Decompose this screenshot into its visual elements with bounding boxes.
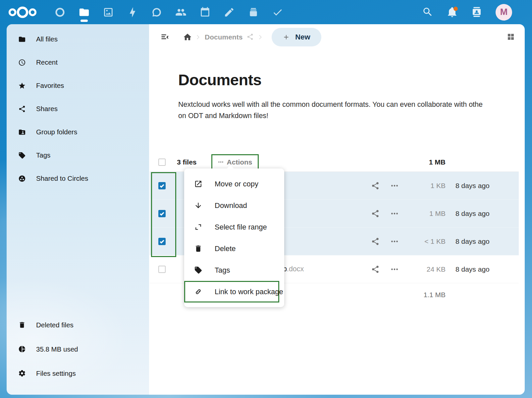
folder-description-line2: on ODT and Markdown files! bbox=[178, 110, 525, 121]
search-icon[interactable] bbox=[422, 6, 434, 18]
new-button-label: New bbox=[295, 33, 310, 41]
sidebar-item-label: Tags bbox=[36, 151, 50, 159]
sidebar-item-files-settings[interactable]: Files settings bbox=[7, 361, 149, 385]
trash-icon bbox=[18, 321, 26, 329]
app-menu bbox=[48, 0, 290, 24]
shared-indicator-icon[interactable] bbox=[246, 33, 254, 41]
row-checkbox[interactable] bbox=[158, 182, 166, 189]
open-in-new-icon bbox=[194, 180, 202, 188]
tag-icon bbox=[18, 152, 26, 159]
sidebar-item-recent[interactable]: Recent bbox=[7, 51, 149, 74]
sidebar-item-label: 35.8 MB used bbox=[36, 345, 78, 353]
sidebar-item-label: Files settings bbox=[36, 369, 76, 377]
sidebar-item-label: Shares bbox=[36, 105, 58, 113]
files-icon[interactable] bbox=[72, 0, 96, 24]
sidebar-item-label: All files bbox=[36, 35, 58, 43]
chevron-right-icon bbox=[256, 33, 265, 41]
select-all-checkbox[interactable] bbox=[158, 159, 166, 166]
sidebar-item-all-files[interactable]: All files bbox=[7, 28, 149, 51]
activity-icon[interactable] bbox=[120, 0, 144, 24]
menu-item-download[interactable]: Download bbox=[184, 195, 284, 216]
notes-icon[interactable] bbox=[217, 0, 241, 24]
actions-button[interactable]: Actions bbox=[212, 158, 258, 166]
group-folder-icon bbox=[18, 128, 26, 136]
avatar[interactable]: M bbox=[496, 4, 512, 21]
top-bar: M bbox=[0, 0, 532, 24]
folder-description: Nextcloud works well with all the common… bbox=[178, 99, 525, 121]
share-icon[interactable] bbox=[368, 181, 383, 190]
circles-icon bbox=[18, 175, 26, 182]
sidebar-nav: All files Recent Favorites Shares Group … bbox=[7, 28, 149, 190]
share-icon[interactable] bbox=[368, 265, 383, 274]
menu-item-select-file-range[interactable]: Select file range bbox=[184, 216, 284, 238]
file-modified: 8 days ago bbox=[446, 210, 519, 218]
menu-item-move-or-copy[interactable]: Move or copy bbox=[184, 173, 284, 195]
clock-icon bbox=[18, 59, 26, 66]
menu-item-label: Move or copy bbox=[215, 180, 258, 188]
share-icon[interactable] bbox=[368, 237, 383, 246]
star-icon bbox=[18, 82, 26, 90]
row-checkbox[interactable] bbox=[158, 210, 166, 217]
sidebar-item-shares[interactable]: Shares bbox=[7, 97, 149, 120]
tasks-icon[interactable] bbox=[265, 0, 290, 24]
menu-item-label: Tags bbox=[215, 266, 230, 275]
deck-icon[interactable] bbox=[241, 0, 265, 24]
nextcloud-logo[interactable] bbox=[7, 5, 38, 20]
tag-icon bbox=[194, 266, 202, 274]
row-actions-icon[interactable] bbox=[383, 209, 406, 218]
photos-icon[interactable] bbox=[96, 0, 120, 24]
row-checkbox[interactable] bbox=[158, 238, 166, 245]
sidebar-toggle-icon[interactable] bbox=[160, 32, 170, 42]
main-content: Documents New Documents Nextcloud works … bbox=[149, 24, 525, 395]
actions-button-label: Actions bbox=[227, 158, 252, 166]
sidebar-item-deleted-files[interactable]: Deleted files bbox=[7, 313, 149, 337]
talk-icon[interactable] bbox=[144, 0, 169, 24]
app-shell: All files Recent Favorites Shares Group … bbox=[7, 24, 525, 395]
menu-item-label: Select file range bbox=[215, 223, 267, 232]
folder-icon bbox=[18, 35, 26, 43]
contacts-search-icon[interactable] bbox=[471, 6, 483, 18]
home-icon[interactable] bbox=[183, 33, 192, 42]
contacts-app-icon[interactable] bbox=[169, 0, 193, 24]
file-size: 1 MB bbox=[406, 210, 446, 218]
calendar-icon[interactable] bbox=[193, 0, 217, 24]
total-size: 1.1 MB bbox=[406, 291, 446, 299]
dots-horizontal-icon bbox=[218, 159, 224, 165]
sidebar-item-tags[interactable]: Tags bbox=[7, 144, 149, 167]
new-button[interactable]: New bbox=[272, 28, 321, 46]
dashboard-icon[interactable] bbox=[48, 0, 72, 24]
sidebar-item-label: Recent bbox=[36, 58, 58, 66]
row-actions-icon[interactable] bbox=[383, 265, 406, 274]
selected-count: 3 files bbox=[177, 158, 197, 166]
row-actions-icon[interactable] bbox=[383, 181, 406, 190]
file-size: 1 KB bbox=[406, 182, 446, 190]
breadcrumb-current-folder[interactable]: Documents bbox=[205, 33, 242, 41]
grid-view-toggle-icon[interactable] bbox=[507, 33, 515, 41]
plus-icon bbox=[283, 33, 290, 41]
menu-item-link-to-work-package[interactable]: Link to work package bbox=[184, 281, 279, 302]
size-column-header[interactable]: 1 MB bbox=[406, 158, 446, 166]
quota-pie-icon bbox=[18, 345, 26, 353]
chevron-right-icon bbox=[194, 33, 203, 41]
sidebar: All files Recent Favorites Shares Group … bbox=[7, 24, 149, 395]
menu-item-delete[interactable]: Delete bbox=[184, 238, 284, 259]
sidebar-item-group-folders[interactable]: Group folders bbox=[7, 120, 149, 144]
notification-dot bbox=[453, 7, 458, 11]
actions-annotation-box: Actions bbox=[211, 154, 259, 170]
sidebar-item-quota[interactable]: 35.8 MB used bbox=[7, 337, 149, 361]
menu-item-label: Link to work package bbox=[215, 288, 283, 296]
folder-header: Documents Nextcloud works well with all … bbox=[178, 71, 525, 121]
page-title: Documents bbox=[178, 71, 525, 89]
row-actions-icon[interactable] bbox=[383, 237, 406, 246]
file-modified: 8 days ago bbox=[446, 237, 519, 245]
menu-item-tags[interactable]: Tags bbox=[184, 259, 284, 281]
sidebar-item-shared-to-circles[interactable]: Shared to Circles bbox=[7, 167, 149, 190]
menu-item-label: Download bbox=[215, 201, 247, 210]
sidebar-footer: Deleted files 35.8 MB used Files setting… bbox=[7, 313, 149, 385]
notifications-bell-icon[interactable] bbox=[447, 6, 458, 18]
sidebar-item-label: Deleted files bbox=[36, 321, 74, 329]
sidebar-item-favorites[interactable]: Favorites bbox=[7, 74, 149, 97]
row-checkbox[interactable] bbox=[158, 266, 166, 273]
share-icon[interactable] bbox=[368, 209, 383, 218]
arrow-down-icon bbox=[194, 201, 202, 210]
